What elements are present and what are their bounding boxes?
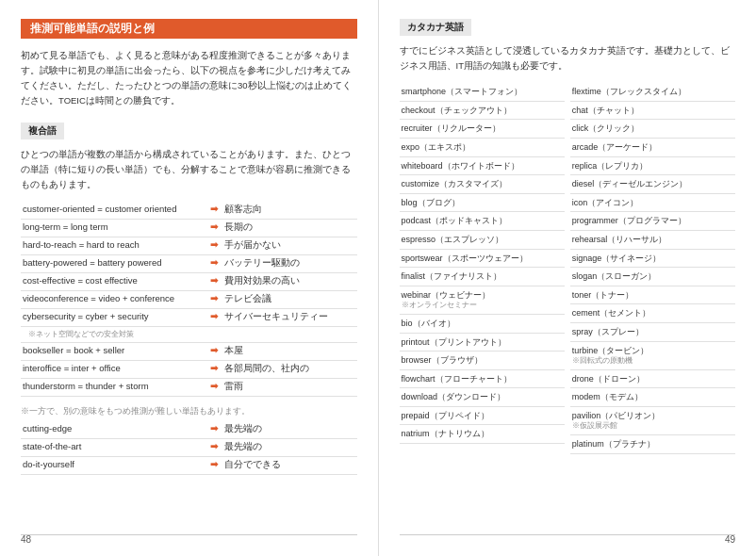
katakana-text: natrium（ナトリウム） [402, 429, 489, 438]
katakana-text: recruiter（リクルーター） [402, 123, 501, 133]
arrow-icon: ➡ [205, 237, 222, 254]
page: 推測可能単語の説明と例 初めて見る単語でも、よく見ると意味がある程度推測できるこ… [0, 0, 756, 556]
katakana-item: turbine（タービン）※回転式の原動機 [570, 342, 735, 370]
katakana-item: pavilion（パビリオン）※仮設展示館 [570, 407, 735, 435]
compound-meaning: 各部局間の、社内の [222, 360, 357, 378]
katakana-item: diesel（ディーゼルエンジン） [570, 175, 735, 194]
compound-meaning: 費用対効果の高い [222, 272, 357, 290]
katakana-text: spray（スプレー） [572, 327, 644, 336]
katakana-item: customize（カスタマイズ） [400, 175, 565, 194]
page-number-right: 49 [725, 534, 735, 545]
bottom-divider-right [400, 534, 736, 535]
compound-left: customer-oriented = customer oriented [21, 202, 205, 220]
compound-row: videoconference = video + conference➡テレビ… [21, 290, 357, 308]
difficult-meaning: 最先端の [222, 438, 357, 456]
arrow-icon: ➡ [205, 360, 222, 378]
left-page: 推測可能単語の説明と例 初めて見る単語でも、よく見ると意味がある程度推測できるこ… [0, 0, 379, 556]
compound-meaning: 手が届かない [222, 237, 357, 254]
katakana-item: icon（アイコン） [570, 194, 735, 213]
katakana-item: drone（ドローン） [570, 370, 735, 389]
katakana-text: customize（カスタマイズ） [402, 179, 508, 188]
difficult-row: cutting-edge➡最先端の [21, 421, 357, 439]
katakana-item: finalist（ファイナリスト） [400, 268, 565, 286]
katakana-text: replica（レプリカ） [572, 161, 649, 171]
compound-note: ※ネット空間などでの安全対策 [21, 326, 357, 342]
intro-text: 初めて見る単語でも、よく見ると意味がある程度推測できることが多々あります。試験中… [21, 48, 357, 109]
compound-meaning: サイバーセキュリティー [222, 308, 357, 326]
katakana-item: cement（セメント） [570, 304, 735, 323]
katakana-text: sportswear（スポーツウェアー） [402, 253, 528, 263]
katakana-title: カタカナ英語 [400, 19, 471, 36]
katakana-text: platinum（プラチナ） [572, 439, 655, 449]
difficult-meaning: 最先端の [222, 421, 357, 439]
compound-left: interoffice = inter + office [21, 360, 205, 378]
katakana-text: programmer（プログラマー） [572, 216, 686, 225]
arrow-icon: ➡ [205, 308, 222, 326]
katakana-item: printout（プリントアウト） [400, 334, 565, 352]
katakana-text: whiteboard（ホワイトボード） [402, 161, 519, 171]
arrow-icon: ➡ [205, 290, 222, 308]
katakana-table-wrap: smartphone（スマートフォン）checkout（チェックアウト）recr… [400, 83, 736, 453]
difficult-row: state-of-the-art➡最先端の [21, 438, 357, 456]
katakana-item: programmer（プログラマー） [570, 212, 735, 231]
compound-meaning: 長期の [222, 219, 357, 237]
katakana-text: flowchart（フローチャート） [402, 374, 512, 384]
katakana-text: turbine（タービン） [572, 346, 649, 355]
compound-left: cost-effective = cost effective [21, 272, 205, 290]
compound-meaning: 顧客志向 [222, 202, 357, 220]
katakana-item: espresso（エスプレッソ） [400, 231, 565, 250]
arrow-icon: ➡ [205, 378, 222, 396]
bottom-divider [21, 534, 357, 535]
katakana-item: recruiter（リクルーター） [400, 120, 565, 139]
compound-left: battery-powered = battery powered [21, 254, 205, 272]
katakana-text: pavilion（パビリオン） [572, 411, 661, 420]
compound-meaning: 雷雨 [222, 378, 357, 396]
compound-title: 複合語 [21, 123, 64, 139]
katakana-text: signage（サイネージ） [572, 253, 662, 263]
arrow-icon: ➡ [205, 342, 222, 360]
compound-row: interoffice = inter + office➡各部局間の、社内の [21, 360, 357, 378]
katakana-item: click（クリック） [570, 120, 735, 139]
katakana-text: espresso（エスプレッソ） [402, 235, 504, 244]
compound-row: long-term = long term➡長期の [21, 219, 357, 237]
katakana-note: ※オンラインセミナー [402, 301, 563, 311]
katakana-text: flextime（フレックスタイム） [572, 87, 686, 96]
katakana-item: natrium（ナトリウム） [400, 425, 565, 444]
katakana-text: modem（モデム） [572, 392, 643, 401]
katakana-text: blog（ブログ） [402, 198, 460, 207]
katakana-col-left: smartphone（スマートフォン）checkout（チェックアウト）recr… [400, 83, 565, 453]
katakana-item: modem（モデム） [570, 388, 735, 407]
katakana-item: spray（スプレー） [570, 323, 735, 342]
compound-row: battery-powered = battery powered➡バッテリー駆… [21, 254, 357, 272]
compound-left: bookseller = book + seller [21, 342, 205, 360]
difficult-meaning: 自分でできる [222, 456, 357, 474]
katakana-item: podcast（ポッドキャスト） [400, 212, 565, 231]
arrow-icon: ➡ [205, 202, 222, 220]
katakana-text: finalist（ファイナリスト） [402, 271, 502, 281]
katakana-text: checkout（チェックアウト） [402, 106, 512, 115]
katakana-item: webinar（ウェビナー）※オンラインセミナー [400, 286, 565, 315]
katakana-item: flextime（フレックスタイム） [570, 83, 735, 102]
compound-row: cybersecurity = cyber + security➡サイバーセキュ… [21, 308, 357, 326]
katakana-text: toner（トナー） [572, 290, 634, 300]
difficult-left: cutting-edge [21, 421, 205, 439]
arrow-icon: ➡ [205, 438, 222, 456]
katakana-text: smartphone（スマートフォン） [402, 87, 523, 96]
katakana-text: webinar（ウェビナー） [402, 290, 491, 300]
katakana-text: download（ダウンロード） [402, 392, 506, 401]
compound-row: customer-oriented = customer oriented➡顧客… [21, 202, 357, 220]
compound-left: videoconference = video + conference [21, 290, 205, 308]
katakana-col-right: flextime（フレックスタイム）chat（チャット）click（クリック）a… [570, 83, 735, 453]
arrow-icon: ➡ [205, 219, 222, 237]
katakana-item: smartphone（スマートフォン） [400, 83, 565, 102]
katakana-text: browser（ブラウザ） [402, 355, 483, 365]
difficult-note: ※一方で、別の意味をもつめ推測が難しい単語もあります。 [21, 406, 357, 417]
katakana-note: ※回転式の原動機 [572, 356, 733, 367]
katakana-text: printout（プリントアウト） [402, 337, 506, 347]
compound-meaning: バッテリー駆動の [222, 254, 357, 272]
compound-left: cybersecurity = cyber + security [21, 308, 205, 326]
compound-row: thunderstorm = thunder + storm➡雷雨 [21, 378, 357, 396]
compound-left: hard-to-reach = hard to reach [21, 237, 205, 254]
difficult-table: cutting-edge➡最先端のstate-of-the-art➡最先端のdo… [21, 421, 357, 475]
katakana-text: click（クリック） [572, 123, 640, 133]
